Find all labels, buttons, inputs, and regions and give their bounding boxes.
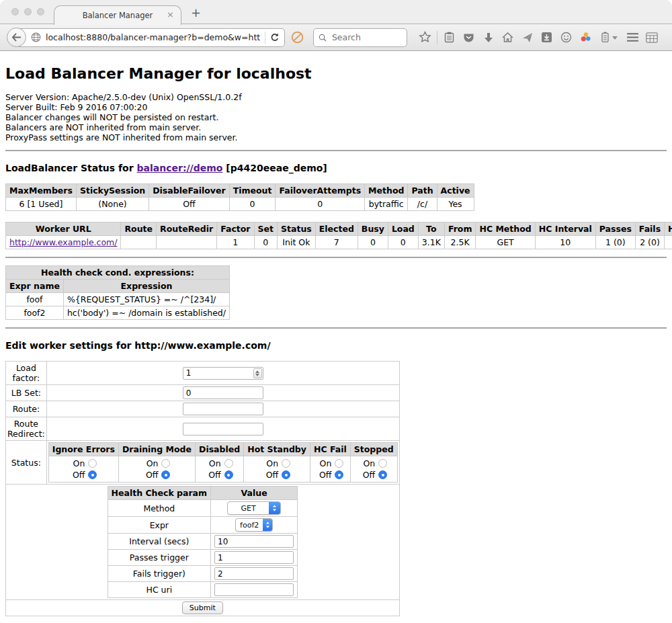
lb-set-input[interactable]	[183, 386, 263, 399]
status-disabled-on-radio[interactable]	[224, 459, 233, 468]
hc-uri-input[interactable]	[214, 583, 294, 596]
column-header: Path	[408, 184, 437, 198]
table-cell: foof	[6, 293, 64, 306]
column-header: Load	[388, 222, 418, 236]
search-bar[interactable]	[313, 28, 407, 47]
clipboard-icon[interactable]	[443, 32, 456, 43]
status-column-header: Hot Standby	[244, 443, 310, 456]
tab-close-icon[interactable]: ×	[167, 10, 174, 19]
url-text[interactable]: localhost:8880/balancer-manager?b=demo&w…	[46, 32, 260, 42]
column-header: HC Method	[476, 222, 535, 236]
field-label: Route Redirect:	[6, 417, 47, 441]
submit-button[interactable]: Submit	[182, 601, 223, 614]
notice-line: Balancer changes will NOT be persisted o…	[5, 112, 667, 122]
hc-param-label: Expr	[108, 517, 211, 534]
chevron-down-icon[interactable]	[612, 36, 618, 42]
status-disabled-off-radio[interactable]	[224, 470, 233, 479]
load-factor-input[interactable]	[183, 367, 263, 380]
number-stepper-icon[interactable]	[253, 368, 262, 378]
bookmarks-grid-icon[interactable]	[645, 32, 659, 43]
status-hc-fail-off-radio[interactable]	[335, 470, 343, 479]
search-icon	[319, 33, 327, 42]
minimize-window-button[interactable]	[24, 8, 32, 15]
column-header: Expr name	[6, 280, 64, 293]
status-ignore-errors-off-radio[interactable]	[88, 470, 97, 479]
hc-interval-input[interactable]	[214, 535, 294, 548]
radio-label: On	[263, 458, 278, 468]
status-draining-mode-off-radio[interactable]	[161, 470, 170, 479]
status-ignore-errors-on-radio[interactable]	[88, 459, 97, 468]
table-cell: http://www.example.com/	[6, 236, 121, 249]
url-bar[interactable]: localhost:8880/balancer-manager?b=demo&w…	[16, 28, 285, 47]
table-cell: 7	[315, 236, 358, 249]
hc-fails-input[interactable]	[214, 567, 294, 580]
color-dots-icon[interactable]	[579, 32, 593, 43]
globe-icon	[31, 32, 41, 42]
hc-passes-input[interactable]	[214, 551, 294, 564]
downloads-icon[interactable]	[482, 32, 495, 43]
health-check-param-table: Health Check param Value Method GET	[108, 486, 298, 598]
browser-window: Balancer Manager × + localhost:8880/bala…	[0, 0, 672, 623]
hc-method-select[interactable]: GET	[227, 501, 281, 515]
form-row: Route:	[6, 401, 400, 417]
traffic-lights	[11, 8, 44, 15]
zoom-window-button[interactable]	[37, 8, 44, 15]
table-cell: 1 (0)	[595, 236, 635, 249]
column-header: To	[418, 222, 444, 236]
hc-param-label: Interval (secs)	[108, 534, 211, 550]
save-to-device-icon[interactable]	[540, 32, 554, 42]
table-cell: /c/	[408, 198, 437, 211]
edit-worker-heading: Edit worker settings for http://www.exam…	[5, 340, 667, 351]
select-arrows-icon	[263, 518, 272, 532]
status-stopped-off-radio[interactable]	[378, 470, 387, 479]
page-content: Load Balancer Manager for localhost Serv…	[0, 65, 672, 623]
column-header: Set	[254, 222, 277, 236]
blocked-content-icon[interactable]	[291, 31, 304, 44]
radio-label: Off	[360, 470, 375, 480]
notice-line: Balancers are NOT inherited from main se…	[5, 122, 667, 132]
table-cell: %{REQUEST_STATUS} =~ /^[234]/	[63, 293, 229, 306]
column-header: From	[444, 222, 476, 236]
status-label: Status:	[6, 441, 47, 485]
battery-icon[interactable]	[599, 32, 612, 43]
reload-button[interactable]	[270, 33, 280, 42]
feedback-smiley-icon[interactable]	[560, 32, 573, 43]
status-hot-standby-off-radio[interactable]	[282, 470, 290, 479]
table-cell: 0	[276, 198, 365, 211]
close-window-button[interactable]	[11, 8, 19, 15]
column-header: HC Interval	[535, 222, 595, 236]
home-icon[interactable]	[501, 32, 515, 42]
status-column-header: Disabled	[196, 443, 244, 456]
bookmark-star-icon[interactable]	[419, 31, 432, 44]
back-button[interactable]	[7, 28, 26, 47]
table-cell: 10	[535, 236, 595, 249]
radio-label: On	[143, 458, 158, 468]
column-header: Value	[211, 487, 298, 500]
route-redirect-input[interactable]	[183, 423, 263, 435]
route-input[interactable]	[183, 403, 263, 415]
column-header: Active	[437, 184, 474, 198]
hc-expr-select[interactable]: foof2	[235, 518, 273, 532]
status-cell-hc-fail: OnOff	[310, 456, 350, 483]
status-hc-fail-on-radio[interactable]	[335, 459, 343, 468]
hc-param-row: Method GET	[108, 500, 298, 517]
new-tab-button[interactable]: +	[191, 5, 201, 19]
send-icon[interactable]	[521, 32, 534, 43]
balancer-status-heading: LoadBalancer Status for balancer://demo …	[5, 163, 667, 173]
balancer-link[interactable]: balancer://demo	[137, 163, 223, 173]
field-label: Route:	[6, 401, 47, 417]
column-header: RouteRedir	[157, 222, 217, 236]
health-check-row: Health Check param Value Method GET	[6, 485, 400, 600]
browser-tab[interactable]: Balancer Manager ×	[54, 5, 181, 25]
radio-label: On	[70, 458, 85, 468]
menu-icon[interactable]	[626, 32, 639, 42]
status-stopped-on-radio[interactable]	[378, 459, 387, 468]
status-draining-mode-on-radio[interactable]	[161, 459, 170, 468]
search-input[interactable]	[331, 32, 402, 43]
column-header: Passes	[595, 222, 635, 236]
column-header: MaxMembers	[6, 184, 77, 198]
pocket-icon[interactable]	[462, 32, 476, 43]
column-header: DisableFailover	[149, 184, 229, 198]
status-hot-standby-on-radio[interactable]	[282, 459, 290, 468]
worker-url-link[interactable]: http://www.example.com/	[9, 237, 117, 247]
